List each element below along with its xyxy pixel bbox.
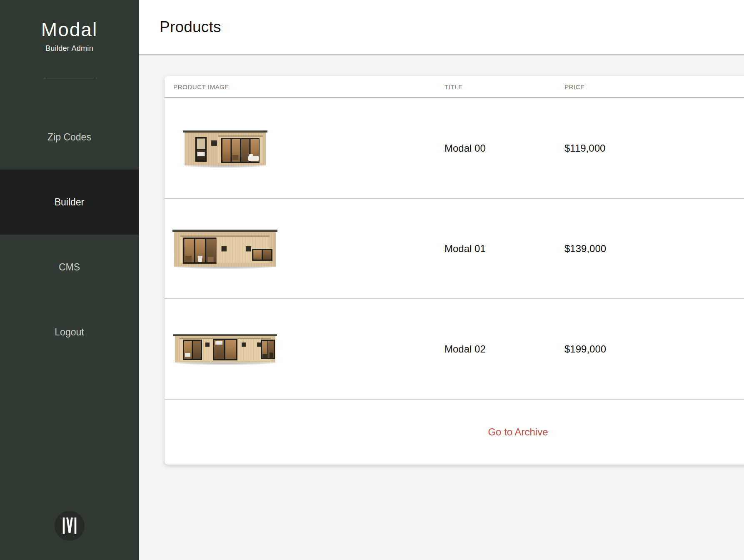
product-price: $119,000 — [556, 142, 744, 154]
sidebar: Modal Builder Admin Zip Codes Builder CM… — [0, 0, 139, 560]
products-table-card: PRODUCT IMAGE TITLE PRICE — [165, 76, 744, 465]
column-header-price: PRICE — [556, 83, 744, 90]
product-price: $199,000 — [556, 343, 744, 355]
sidebar-item-logout[interactable]: Logout — [0, 300, 139, 365]
product-title: Modal 02 — [436, 343, 556, 355]
product-image-box — [172, 98, 278, 198]
sidebar-item-zip-codes[interactable]: Zip Codes — [0, 105, 139, 170]
product-image-box — [172, 299, 278, 399]
product-title: Modal 00 — [436, 142, 556, 154]
topbar: Products — [139, 0, 744, 55]
sidebar-item-cms[interactable]: CMS — [0, 235, 139, 300]
main-area: Products PRODUCT IMAGE TITLE PRICE — [139, 0, 744, 560]
sidebar-item-label: CMS — [59, 262, 80, 273]
content-area: PRODUCT IMAGE TITLE PRICE — [139, 55, 744, 559]
product-image-modal-02-elevation — [172, 332, 278, 365]
table-row-modal-02[interactable]: Modal 02 $199,000 — [165, 299, 744, 400]
table-header-row: PRODUCT IMAGE TITLE PRICE — [165, 76, 744, 98]
product-title: Modal 01 — [436, 243, 556, 255]
avatar-m-icon — [62, 517, 77, 535]
product-price: $139,000 — [556, 243, 744, 255]
sidebar-item-label: Zip Codes — [47, 132, 91, 143]
product-image-box — [172, 199, 278, 298]
column-header-product-image: PRODUCT IMAGE — [165, 83, 436, 90]
brand-logo: Modal — [0, 18, 139, 41]
brand-subtitle: Builder Admin — [0, 44, 139, 53]
page-title: Products — [160, 18, 221, 36]
product-image-modal-00-elevation — [182, 128, 269, 168]
product-image-cell — [165, 98, 436, 198]
sidebar-item-label: Builder — [55, 197, 85, 208]
sidebar-divider — [45, 78, 95, 78]
table-row-modal-00[interactable]: Modal 00 $119,000 — [165, 98, 744, 199]
sidebar-item-label: Logout — [55, 327, 84, 338]
app-window: Modal Builder Admin Zip Codes Builder CM… — [0, 0, 744, 560]
column-header-title: TITLE — [436, 83, 556, 90]
product-image-modal-01-elevation — [172, 228, 278, 270]
avatar[interactable] — [55, 511, 85, 541]
logo-block: Modal Builder Admin — [0, 0, 139, 53]
sidebar-item-builder[interactable]: Builder — [0, 170, 139, 235]
sidebar-nav: Zip Codes Builder CMS Logout — [0, 105, 139, 365]
table-row-modal-01[interactable]: Modal 01 $139,000 — [165, 199, 744, 299]
table-footer-row: Go to Archive — [165, 400, 744, 465]
product-image-cell — [165, 299, 436, 399]
go-to-archive-link[interactable]: Go to Archive — [488, 426, 548, 438]
product-image-cell — [165, 199, 436, 298]
